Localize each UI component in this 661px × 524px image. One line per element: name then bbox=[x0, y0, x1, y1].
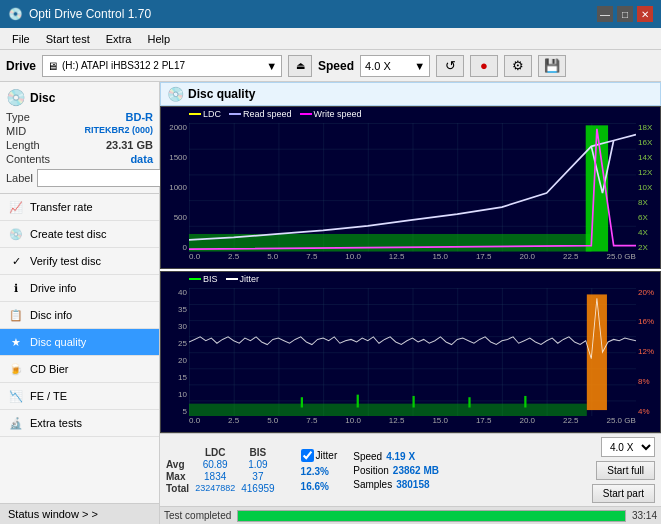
disc-label-input[interactable] bbox=[37, 169, 170, 187]
status-text: Test completed bbox=[164, 510, 231, 521]
speed-stat-value: 4.19 X bbox=[386, 451, 415, 462]
write-speed-legend-item: Write speed bbox=[300, 109, 362, 119]
svg-rect-9 bbox=[468, 397, 470, 407]
samples-row: Samples 380158 bbox=[353, 479, 439, 490]
disc-label-label: Label bbox=[6, 172, 33, 184]
sidebar-item-disc-info[interactable]: 📋 Disc info bbox=[0, 302, 159, 329]
bis-y-25: 25 bbox=[178, 339, 187, 348]
ldc-legend-item: LDC bbox=[189, 109, 221, 119]
sidebar-item-disc-quality[interactable]: ★ Disc quality bbox=[0, 329, 159, 356]
read-speed-legend-item: Read speed bbox=[229, 109, 292, 119]
start-part-button[interactable]: Start part bbox=[592, 484, 655, 503]
ldc-x-axis: 0.0 2.5 5.0 7.5 10.0 12.5 15.0 17.5 20.0… bbox=[189, 252, 636, 268]
verify-test-disc-icon: ✓ bbox=[8, 253, 24, 269]
sidebar-item-verify-test-disc[interactable]: ✓ Verify test disc bbox=[0, 248, 159, 275]
jitter-checkbox-row: Jitter bbox=[301, 449, 338, 462]
sidebar-item-drive-info-label: Drive info bbox=[30, 282, 76, 294]
eject-button[interactable]: ⏏ bbox=[288, 55, 312, 77]
ldc-x-25: 25.0 GB bbox=[607, 252, 636, 261]
fe-te-icon: 📉 bbox=[8, 388, 24, 404]
speed-dropdown-row: 4.0 X 2.0 X 6.0 X bbox=[601, 437, 655, 457]
disc-type-label: Type bbox=[6, 111, 30, 123]
speed-selector[interactable]: 4.0 X ▼ bbox=[360, 55, 430, 77]
samples-stat-value: 380158 bbox=[396, 479, 429, 490]
extra-tests-icon: 🔬 bbox=[8, 415, 24, 431]
sidebar-item-disc-quality-label: Disc quality bbox=[30, 336, 86, 348]
speed-stat-label: Speed bbox=[353, 451, 382, 462]
bis-x-2-5: 2.5 bbox=[228, 416, 239, 425]
drive-icon: 🖥 bbox=[47, 60, 58, 72]
position-stat-value: 23862 MB bbox=[393, 465, 439, 476]
jitter-section: Jitter 12.3% 16.6% bbox=[301, 449, 338, 492]
sidebar-item-fe-te[interactable]: 📉 FE / TE bbox=[0, 383, 159, 410]
status-window-bar[interactable]: Status window > > bbox=[0, 503, 159, 524]
menu-file[interactable]: File bbox=[4, 31, 38, 47]
sidebar: 💿 Disc Type BD-R MID RITEKBR2 (000) Leng… bbox=[0, 82, 160, 524]
stats-table: LDC BIS Avg 60.89 1.09 Max 1834 37 Total… bbox=[166, 447, 285, 494]
bis-y-30: 30 bbox=[178, 322, 187, 331]
jitter-checkbox[interactable] bbox=[301, 449, 314, 462]
menu-help[interactable]: Help bbox=[139, 31, 178, 47]
main-layout: 💿 Disc Type BD-R MID RITEKBR2 (000) Leng… bbox=[0, 82, 661, 524]
bis-y-20: 20 bbox=[178, 356, 187, 365]
ldc-x-15: 15.0 bbox=[432, 252, 448, 261]
sidebar-item-transfer-rate[interactable]: 📈 Transfer rate bbox=[0, 194, 159, 221]
titlebar-title: 💿 Opti Drive Control 1.70 bbox=[8, 7, 151, 21]
svg-rect-0 bbox=[189, 123, 636, 252]
menu-extra[interactable]: Extra bbox=[98, 31, 140, 47]
bis-chart-svg bbox=[189, 288, 636, 417]
bis-x-17-5: 17.5 bbox=[476, 416, 492, 425]
jitter-label: Jitter bbox=[316, 450, 338, 461]
bis-y-10: 10 bbox=[178, 390, 187, 399]
stat-total-ldc2: 23247882 bbox=[195, 483, 235, 494]
transfer-rate-icon: 📈 bbox=[8, 199, 24, 215]
ldc-x-20: 20.0 bbox=[519, 252, 535, 261]
app-title: Opti Drive Control 1.70 bbox=[29, 7, 151, 21]
drive-value: (H:) ATAPI iHBS312 2 PL17 bbox=[62, 60, 185, 71]
sidebar-item-cd-bier[interactable]: 🍺 CD Bier bbox=[0, 356, 159, 383]
quality-panel-icon: 💿 bbox=[167, 86, 184, 102]
disc-contents-value: data bbox=[130, 153, 153, 165]
position-row: Position 23862 MB bbox=[353, 465, 439, 476]
bis-yr-20: 20% bbox=[638, 288, 654, 297]
progress-time: 33:14 bbox=[632, 510, 657, 521]
bis-yr-16: 16% bbox=[638, 317, 654, 326]
ldc-yr-6x: 6X bbox=[638, 213, 648, 222]
sidebar-item-extra-tests[interactable]: 🔬 Extra tests bbox=[0, 410, 159, 437]
ldc-y-500: 500 bbox=[174, 213, 187, 222]
bis-y-15: 15 bbox=[178, 373, 187, 382]
charts-container: LDC Read speed Write speed 2000 1500 1 bbox=[160, 106, 661, 433]
blank bbox=[166, 447, 189, 458]
drive-label: Drive bbox=[6, 59, 36, 73]
bis-yr-8: 8% bbox=[638, 377, 650, 386]
ldc-y-0: 0 bbox=[183, 243, 187, 252]
ldc-x-22-5: 22.5 bbox=[563, 252, 579, 261]
col-space bbox=[281, 447, 285, 458]
stat-avg-label2: Avg bbox=[166, 459, 189, 470]
bis-y-axis-left: 40 35 30 25 20 15 10 5 bbox=[161, 288, 189, 417]
maximize-button[interactable]: □ bbox=[617, 6, 633, 22]
start-full-button[interactable]: Start full bbox=[596, 461, 655, 480]
bis-x-7-5: 7.5 bbox=[306, 416, 317, 425]
bis-y-40: 40 bbox=[178, 288, 187, 297]
titlebar-controls: — □ ✕ bbox=[597, 6, 653, 22]
speed-position-section: Speed 4.19 X Position 23862 MB Samples 3… bbox=[353, 451, 439, 490]
stats-bar: LDC BIS Avg 60.89 1.09 Max 1834 37 Total… bbox=[160, 433, 661, 506]
bis-x-12-5: 12.5 bbox=[389, 416, 405, 425]
drive-selector[interactable]: 🖥 (H:) ATAPI iHBS312 2 PL17 ▼ bbox=[42, 55, 282, 77]
menu-start-test[interactable]: Start test bbox=[38, 31, 98, 47]
sidebar-item-create-test-disc[interactable]: 💿 Create test disc bbox=[0, 221, 159, 248]
disc-length-label: Length bbox=[6, 139, 40, 151]
sidebar-item-drive-info[interactable]: ℹ Drive info bbox=[0, 275, 159, 302]
settings-button[interactable]: ⚙ bbox=[504, 55, 532, 77]
progress-bar-background bbox=[237, 510, 626, 522]
minimize-button[interactable]: — bbox=[597, 6, 613, 22]
speed-dropdown-arrow: ▼ bbox=[414, 60, 425, 72]
disc-length-value: 23.31 GB bbox=[106, 139, 153, 151]
speed-dropdown[interactable]: 4.0 X 2.0 X 6.0 X bbox=[601, 437, 655, 457]
refresh-button[interactable]: ↺ bbox=[436, 55, 464, 77]
save-button[interactable]: 💾 bbox=[538, 55, 566, 77]
close-button[interactable]: ✕ bbox=[637, 6, 653, 22]
red-disc-button[interactable]: ● bbox=[470, 55, 498, 77]
quality-panel-title: Disc quality bbox=[188, 87, 255, 101]
